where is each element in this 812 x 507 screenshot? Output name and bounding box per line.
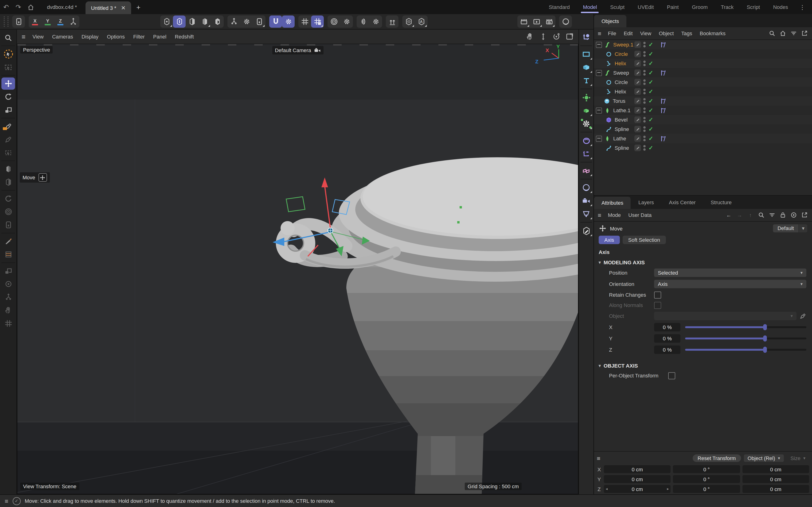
tab-structure[interactable]: Structure	[703, 196, 739, 209]
object-axis-group-header[interactable]: ▾ OBJECT AXIS	[594, 359, 812, 371]
kinematics-settings-icon[interactable]	[240, 15, 253, 28]
phong-tag-icon[interactable]	[660, 41, 666, 48]
rectangle-selection-tool[interactable]	[1, 61, 15, 73]
environment-button[interactable]	[580, 182, 593, 193]
tab-axis-center[interactable]: Axis Center	[661, 196, 703, 209]
object-name[interactable]: Sweep	[613, 70, 629, 75]
object-name[interactable]: Helix	[615, 89, 626, 94]
enabled-check-icon[interactable]: ✓	[649, 69, 653, 76]
object-name[interactable]: Sweep.1	[613, 42, 633, 47]
y-value-field[interactable]: 0 %	[654, 334, 680, 343]
status-menu-icon[interactable]: ≡	[5, 497, 8, 504]
material-create-button[interactable]	[580, 225, 593, 237]
tab-layers[interactable]: Layers	[631, 196, 661, 209]
tree-row-helix[interactable]: Helix ✓	[594, 59, 812, 68]
viewport-menu-options[interactable]: Options	[103, 34, 129, 40]
normal-move-button[interactable]	[386, 15, 399, 28]
edit-toggle-icon[interactable]	[635, 69, 641, 76]
viewport-menu-view[interactable]: View	[28, 34, 48, 40]
tree-row-circle[interactable]: Circle ✓	[594, 49, 812, 59]
3d-viewport[interactable]: Y X Z Perspective Default Camera Move Vi…	[17, 44, 578, 494]
symmetry-settings-icon[interactable]	[369, 15, 382, 28]
objects-menu-edit[interactable]: Edit	[620, 31, 637, 36]
enabled-check-icon[interactable]: ✓	[649, 107, 653, 114]
tree-row-lathe[interactable]: Lathe ✓	[594, 134, 812, 143]
position-y-field[interactable]: 0 cm	[604, 475, 671, 483]
plane-primitive-tool[interactable]	[1, 176, 15, 188]
tree-row-spline[interactable]: Spline ✓	[594, 124, 812, 134]
selected-point-marker[interactable]	[460, 206, 462, 209]
popout-icon[interactable]	[801, 211, 808, 219]
edit-toggle-icon[interactable]	[635, 145, 641, 151]
viewport-menu-filter[interactable]: Filter	[129, 34, 149, 40]
redo-icon[interactable]: ↷	[12, 0, 24, 14]
visibility-dots[interactable]	[643, 98, 646, 104]
size-mode-dropdown[interactable]: Size▾	[786, 454, 809, 462]
spline-smooth-tool[interactable]	[1, 133, 15, 146]
enabled-check-icon[interactable]: ✓	[649, 51, 653, 57]
layout-script[interactable]: Script	[740, 0, 766, 14]
workplane-button[interactable]	[12, 15, 25, 28]
material-sphere-button[interactable]	[559, 15, 572, 28]
scale-x-field[interactable]: 0 cm	[742, 465, 809, 473]
visibility-dots[interactable]	[643, 117, 646, 122]
arc-tool[interactable]	[1, 192, 15, 205]
enabled-check-icon[interactable]: ✓	[649, 145, 653, 151]
toolbar-drag-handle[interactable]	[4, 16, 8, 27]
spinner-right-icon[interactable]: ▸	[667, 487, 669, 491]
reset-transform-button[interactable]: Reset Transform	[693, 454, 741, 462]
edges-mode-button[interactable]	[173, 15, 186, 28]
enabled-check-icon[interactable]: ✓	[649, 88, 653, 95]
lock-icon[interactable]	[779, 211, 786, 219]
auto-mode-button[interactable]: A	[415, 15, 427, 28]
primitive-cube-button[interactable]	[580, 61, 593, 73]
visibility-dots[interactable]	[643, 126, 646, 132]
lock-x-axis-button[interactable]: X	[29, 15, 41, 28]
volume-builder-button[interactable]	[580, 105, 593, 116]
enabled-check-icon[interactable]: ✓	[649, 60, 653, 67]
lock-y-axis-button[interactable]: Y	[41, 15, 54, 28]
enabled-check-icon[interactable]: ✓	[649, 116, 653, 123]
points-mode-button[interactable]	[160, 15, 173, 28]
objects-menu-file[interactable]: File	[604, 31, 620, 36]
phong-tag-icon[interactable]	[660, 69, 666, 76]
object-name[interactable]: Helix	[615, 61, 626, 66]
track-icon[interactable]	[790, 211, 798, 219]
enabled-check-icon[interactable]: ✓	[649, 126, 653, 132]
objects-menu-view[interactable]: View	[637, 31, 655, 36]
pen-tool[interactable]	[1, 120, 15, 132]
toggle-view-icon[interactable]	[564, 32, 575, 42]
new-tab-button[interactable]: +	[131, 0, 145, 14]
scale-z-field[interactable]: 0 cm	[742, 485, 809, 493]
render-view-button[interactable]	[517, 15, 530, 28]
popout-icon[interactable]	[801, 30, 808, 37]
edit-toggle-icon[interactable]	[635, 107, 641, 114]
rotation-x-field[interactable]: 0 °	[673, 465, 740, 473]
history-forward-icon[interactable]: →	[736, 211, 744, 219]
orientation-dropdown[interactable]: Axis▾	[654, 280, 806, 288]
grid-toggle-button[interactable]	[298, 15, 311, 28]
polygons-mode-button[interactable]	[186, 15, 198, 28]
z-value-field[interactable]: 0 %	[654, 345, 680, 354]
along-normals-checkbox[interactable]	[654, 301, 661, 308]
phong-tag-icon[interactable]	[660, 107, 666, 114]
object-name[interactable]: Bevel	[615, 117, 627, 122]
object-name[interactable]: Lathe.1	[613, 108, 630, 113]
render-settings-button[interactable]	[543, 15, 555, 28]
overflow-menu-icon[interactable]: ⋮	[795, 0, 810, 14]
search-icon[interactable]	[758, 211, 765, 219]
modeling-axis-button[interactable]	[327, 15, 340, 28]
axis-modifier-button[interactable]	[67, 15, 80, 28]
object-name[interactable]: Spline	[615, 145, 629, 151]
iron-tool[interactable]	[1, 265, 15, 277]
objects-menu-object[interactable]: Object	[655, 31, 677, 36]
loop-cut-tool[interactable]	[1, 248, 15, 261]
bevel-tool[interactable]	[1, 219, 15, 231]
null-object-button[interactable]	[580, 32, 593, 43]
visibility-dots[interactable]	[643, 145, 646, 151]
tree-row-helix2[interactable]: Helix ✓	[594, 87, 812, 96]
stage-object-button[interactable]	[580, 208, 593, 220]
search-commander-button[interactable]	[1, 32, 15, 44]
layout-sculpt[interactable]: Sculpt	[604, 0, 631, 14]
document-tab-active[interactable]: Untitled 3 * ✕	[85, 1, 131, 14]
